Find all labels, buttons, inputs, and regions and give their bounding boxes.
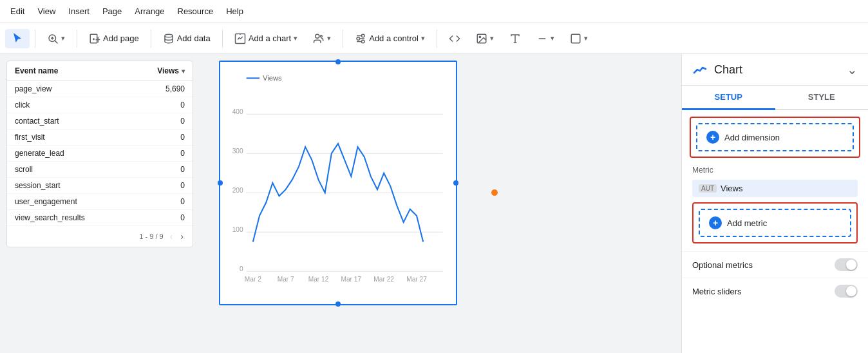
menu-page[interactable]: Page bbox=[97, 4, 127, 19]
next-page-button[interactable]: › bbox=[179, 230, 185, 243]
event-name-cell: session_start bbox=[15, 181, 61, 190]
community-dropdown[interactable]: ▾ bbox=[327, 34, 331, 43]
table-row: page_view5,690 bbox=[7, 81, 193, 97]
cursor-icon bbox=[12, 33, 23, 44]
metric-sliders-row: Metric sliders bbox=[682, 278, 868, 304]
add-control-button[interactable]: Add a control ▾ bbox=[348, 29, 431, 48]
views-cell: 5,690 bbox=[165, 84, 185, 93]
metric-chip-label: Views bbox=[721, 184, 742, 193]
svg-text:Mar 7: Mar 7 bbox=[278, 276, 294, 283]
svg-text:200: 200 bbox=[232, 187, 243, 194]
shape-icon bbox=[570, 33, 581, 44]
zoom-dropdown-arrow: ▾ bbox=[61, 34, 65, 43]
shape-dropdown[interactable]: ▾ bbox=[584, 34, 588, 43]
metric-chip[interactable]: AUT Views bbox=[692, 180, 858, 197]
add-page-button[interactable]: Add page bbox=[82, 29, 146, 48]
event-name-cell: first_visit bbox=[15, 133, 45, 142]
menu-help[interactable]: Help bbox=[221, 4, 249, 19]
zoom-tool[interactable]: ▾ bbox=[41, 29, 71, 48]
add-chart-dropdown[interactable]: ▾ bbox=[294, 34, 297, 43]
resize-handle-left[interactable] bbox=[218, 180, 223, 186]
resize-handle-right[interactable] bbox=[453, 180, 458, 186]
panel-header-left: Chart bbox=[692, 62, 742, 77]
community-icon bbox=[313, 33, 325, 44]
table-row: session_start0 bbox=[7, 178, 193, 194]
metric-sliders-knob bbox=[846, 286, 856, 296]
tab-setup[interactable]: SETUP bbox=[682, 86, 775, 110]
table-row: generate_lead0 bbox=[7, 146, 193, 162]
optional-metrics-toggle[interactable] bbox=[835, 258, 858, 271]
canvas-area[interactable]: Event name Views ▾ page_view5,690click0c… bbox=[0, 54, 681, 353]
menu-arrange[interactable]: Arrange bbox=[129, 4, 169, 19]
svg-point-12 bbox=[316, 34, 319, 38]
menu-resource[interactable]: Resource bbox=[173, 4, 219, 19]
add-chart-icon bbox=[234, 33, 246, 44]
community-button[interactable]: ▾ bbox=[307, 29, 337, 48]
add-control-icon bbox=[355, 33, 366, 44]
optional-metrics-row: Optional metrics bbox=[682, 251, 868, 278]
add-data-icon bbox=[163, 33, 175, 44]
text-button[interactable] bbox=[503, 29, 527, 48]
chart-svg: Views 0 100 200 300 400 Mar 2 Mar 7 Mar … bbox=[220, 62, 456, 304]
chart-container[interactable]: Views 0 100 200 300 400 Mar 2 Mar 7 Mar … bbox=[219, 61, 457, 305]
chart-panel-icon bbox=[692, 62, 708, 77]
code-icon bbox=[449, 33, 460, 44]
event-name-cell: scroll bbox=[15, 165, 33, 174]
toolbar: ▾ Add page Add data Add a chart ▾ bbox=[0, 23, 868, 54]
separator-4 bbox=[222, 30, 223, 48]
image-dropdown[interactable]: ▾ bbox=[490, 34, 494, 43]
event-name-cell: page_view bbox=[15, 84, 52, 93]
code-embed-button[interactable] bbox=[442, 29, 467, 48]
views-cell: 0 bbox=[180, 165, 185, 174]
line-dropdown[interactable]: ▾ bbox=[551, 34, 554, 43]
svg-point-21 bbox=[479, 36, 480, 37]
table-rows: page_view5,690click0contact_start0first_… bbox=[7, 81, 193, 226]
metric-aut: AUT bbox=[699, 184, 717, 193]
line-button[interactable]: ▾ bbox=[530, 29, 561, 48]
panel-title: Chart bbox=[714, 63, 742, 77]
svg-text:Mar 22: Mar 22 bbox=[373, 276, 394, 283]
optional-metrics-label: Optional metrics bbox=[692, 260, 753, 270]
svg-text:Views: Views bbox=[263, 74, 282, 82]
views-cell: 0 bbox=[180, 197, 185, 206]
table-pagination: 1 - 9 / 9 ‹ › bbox=[7, 226, 193, 247]
views-header: Views ▾ bbox=[157, 66, 185, 75]
views-cell: 0 bbox=[180, 213, 185, 222]
cursor-tool[interactable] bbox=[5, 29, 30, 48]
add-chart-label: Add a chart bbox=[249, 33, 292, 43]
views-cell: 0 bbox=[180, 100, 185, 110]
add-control-dropdown[interactable]: ▾ bbox=[421, 34, 425, 43]
svg-text:300: 300 bbox=[232, 148, 243, 155]
menu-insert[interactable]: Insert bbox=[63, 4, 95, 19]
panel-collapse-button[interactable]: ⌄ bbox=[847, 62, 858, 77]
add-dimension-plus: + bbox=[706, 131, 719, 144]
add-dimension-label: Add dimension bbox=[724, 133, 780, 142]
add-chart-button[interactable]: Add a chart ▾ bbox=[228, 29, 305, 48]
svg-rect-25 bbox=[571, 34, 580, 43]
separator-1 bbox=[35, 30, 35, 48]
dimension-section-wrapper: + Add dimension bbox=[682, 110, 868, 160]
menu-edit[interactable]: Edit bbox=[5, 4, 30, 19]
metric-red-border: + Add metric bbox=[692, 202, 858, 243]
table-row: scroll0 bbox=[7, 162, 193, 178]
pagination-text: 1 - 9 / 9 bbox=[139, 233, 163, 240]
svg-point-18 bbox=[357, 37, 360, 40]
svg-text:100: 100 bbox=[232, 226, 243, 233]
views-cell: 0 bbox=[180, 117, 185, 126]
metric-sliders-label: Metric sliders bbox=[692, 287, 742, 296]
views-sort-icon[interactable]: ▾ bbox=[182, 68, 185, 75]
shape-button[interactable]: ▾ bbox=[563, 29, 594, 48]
tab-style[interactable]: STYLE bbox=[775, 86, 869, 110]
image-button[interactable]: ▾ bbox=[469, 29, 500, 48]
resize-handle-top[interactable] bbox=[335, 59, 341, 64]
add-metric-box[interactable]: + Add metric bbox=[699, 209, 851, 237]
metric-sliders-toggle[interactable] bbox=[835, 285, 858, 298]
event-name-header: Event name bbox=[15, 66, 58, 75]
menu-view[interactable]: View bbox=[32, 4, 61, 19]
prev-page-button[interactable]: ‹ bbox=[169, 230, 175, 243]
add-dimension-box[interactable]: + Add dimension bbox=[696, 123, 854, 151]
add-page-icon bbox=[89, 33, 100, 44]
add-data-button[interactable]: Add data bbox=[156, 29, 217, 48]
add-control-label: Add a control bbox=[369, 33, 419, 43]
resize-handle-bottom[interactable] bbox=[335, 301, 341, 307]
